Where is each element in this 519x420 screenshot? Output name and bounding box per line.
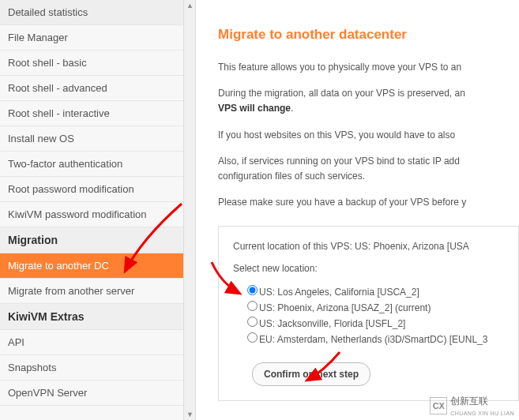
sidebar: ▲ ▼ Detailed statisticsFile ManagerRoot … [0,0,196,420]
sidebar-item[interactable]: Migrate from another server [0,279,195,304]
sidebar-item[interactable]: Snapshots [0,355,195,381]
sidebar-item[interactable]: Root shell - basic [0,51,195,76]
sidebar-item[interactable]: API [0,330,195,355]
location-radio-group: US: Los Angeles, California [USCA_2]US: … [233,285,504,345]
intro-paragraph-1: This feature allows you to physically mo… [218,60,519,75]
migration-panel: Current location of this VPS: US: Phoeni… [218,226,519,401]
location-radio-label: US: Phoenix, Arizona [USAZ_2] (current) [259,302,431,313]
location-radio[interactable] [247,285,258,295]
sidebar-item[interactable]: OpenVPN Server [0,381,195,406]
main-content: Migrate to another datacenter This featu… [196,0,519,420]
sidebar-item[interactable]: Detailed statistics [0,0,195,25]
intro-paragraph-2: During the migration, all data on your V… [218,86,519,116]
sidebar-item[interactable]: Root shell - advanced [0,76,195,101]
location-radio-label: US: Los Angeles, California [USCA_2] [259,287,419,298]
intro-paragraph-5: Please make sure you have a backup of yo… [218,195,519,210]
sidebar-item[interactable]: Migrate to another DC [0,253,195,279]
location-radio-label: US: Jacksonville, Florida [USFL_2] [259,318,405,329]
sidebar-item[interactable]: Root shell - interactive [0,101,195,126]
intro-paragraph-4: Also, if services running on your VPS bi… [218,154,519,184]
sidebar-item[interactable]: Install new OS [0,126,195,152]
location-option[interactable]: US: Jacksonville, Florida [USFL_2] [247,317,504,329]
intro-paragraph-3: If you host websites on this VPS, you wo… [218,128,519,143]
location-radio[interactable] [247,332,258,343]
location-option[interactable]: US: Los Angeles, California [USCA_2] [247,285,504,298]
sidebar-item[interactable]: Root password modification [0,177,195,202]
sidebar-item[interactable]: KiwiVM password modification [0,202,195,227]
location-radio[interactable] [247,317,258,327]
current-location-label: Current location of this VPS: US: Phoeni… [233,241,504,252]
sidebar-item[interactable]: File Manager [0,25,195,51]
sidebar-item[interactable]: Two-factor authentication [0,152,195,177]
location-radio-label: EU: Amsterdam, Netherlands (i3D/SmartDC)… [259,334,487,345]
para2-text-a: During the migration, all data on your V… [218,88,465,99]
sidebar-scrollbar[interactable]: ▲ ▼ [183,0,195,420]
location-radio[interactable] [247,301,258,311]
watermark: CX 创新互联 CHUANG XIN HU LIAN [430,395,514,417]
watermark-logo-icon: CX [430,397,447,414]
sidebar-section: Migration [0,227,195,253]
scroll-up-icon[interactable]: ▲ [186,2,194,9]
watermark-brand: 创新互联 [450,396,488,407]
confirm-button[interactable]: Confirm on next step [252,362,370,386]
select-location-label: Select new location: [233,263,504,274]
sidebar-section: KiwiVM Extras [0,304,195,330]
page-title: Migrate to another datacenter [218,27,519,43]
para2-bold: VPS will change [218,103,291,114]
watermark-sub: CHUANG XIN HU LIAN [450,411,514,416]
location-option[interactable]: US: Phoenix, Arizona [USAZ_2] (current) [247,301,504,313]
scroll-down-icon[interactable]: ▼ [186,411,194,418]
location-option[interactable]: EU: Amsterdam, Netherlands (i3D/SmartDC)… [247,332,504,345]
